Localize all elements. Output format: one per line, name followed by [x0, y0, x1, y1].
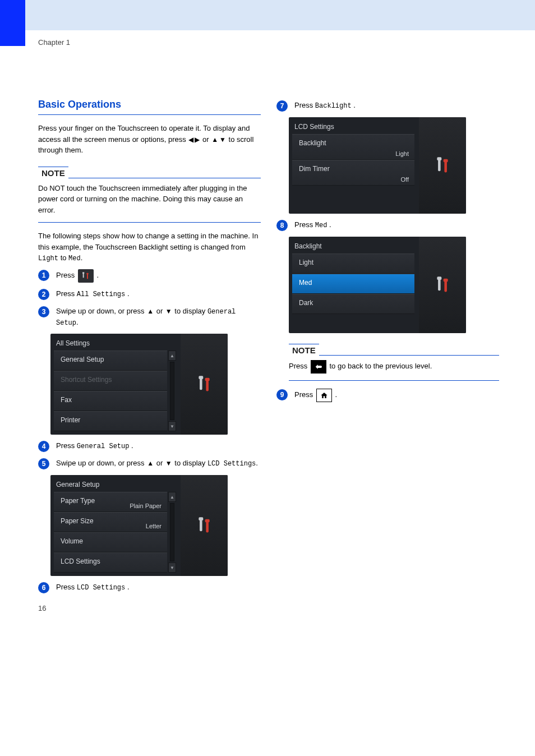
- arrow-left-icon: ◀: [188, 135, 193, 145]
- note-title-1: NOTE: [38, 167, 68, 179]
- list-item[interactable]: Paper Type Plain Paper: [54, 492, 167, 512]
- screen-lcd-settings: LCD Settings Backlight Light Dim Timer O…: [289, 117, 466, 214]
- step-bullet-2: 2: [38, 289, 49, 300]
- explain-paragraph: The following steps show how to change a…: [38, 231, 261, 264]
- arrow-up-icon: ▲: [147, 458, 154, 468]
- step-bullet-5: 5: [38, 458, 49, 469]
- scroll-up-icon[interactable]: ▲: [168, 492, 176, 502]
- header-blue-tab: [0, 0, 25, 30]
- svg-rect-1: [82, 273, 84, 274]
- step6-label: LCD Settings: [77, 584, 125, 592]
- note-box-2: NOTE Press to go back to the previous le…: [289, 343, 499, 381]
- svg-rect-11: [205, 519, 210, 523]
- step-bullet-1: 1: [38, 270, 49, 281]
- home-icon[interactable]: [316, 389, 332, 402]
- step-bullet-9: 9: [276, 389, 288, 400]
- header-band: [0, 0, 535, 30]
- svg-rect-9: [199, 518, 203, 521]
- option-med[interactable]: Med: [292, 274, 414, 294]
- right-column: 7 Press Backlight . LCD Settings Backlig…: [276, 98, 499, 599]
- from-value: Light: [38, 255, 58, 262]
- side-blue-strip: [0, 30, 25, 46]
- page-number: 16: [38, 604, 46, 612]
- svg-rect-6: [206, 380, 209, 391]
- screen-all-settings-title: All Settings: [50, 337, 181, 351]
- tools-icon: [435, 156, 450, 175]
- step-2: 2 Press All Settings .: [38, 288, 261, 300]
- list-item[interactable]: Backlight Light: [292, 134, 414, 160]
- arrow-down-icon: ▼: [219, 135, 226, 145]
- option-light[interactable]: Light: [292, 253, 414, 274]
- step-9: 9 Press .: [276, 389, 499, 402]
- device-side-panel: [181, 334, 228, 435]
- list-item[interactable]: Paper Size Letter: [54, 512, 167, 532]
- step8-label: Med: [315, 222, 328, 229]
- svg-rect-3: [86, 273, 88, 275]
- list-item[interactable]: Dim Timer Off: [292, 160, 414, 186]
- scrollbar[interactable]: ▲ ▼: [168, 492, 176, 573]
- svg-rect-17: [437, 276, 441, 280]
- option-dark[interactable]: Dark: [292, 294, 414, 314]
- scroll-down-icon[interactable]: ▼: [168, 421, 176, 431]
- svg-rect-19: [444, 279, 448, 282]
- screen-lcd-settings-title: LCD Settings: [289, 121, 419, 134]
- svg-rect-7: [205, 378, 210, 381]
- arrow-up-icon: ▲: [211, 135, 218, 145]
- to-value: Med: [68, 255, 81, 262]
- step7-label: Backlight: [315, 102, 352, 110]
- step-bullet-4: 4: [38, 441, 49, 452]
- tools-icon: [196, 375, 212, 394]
- step-8: 8 Press Med .: [276, 219, 499, 231]
- step5-target: LCD Settings: [207, 460, 256, 468]
- step-1: 1 Press .: [38, 269, 261, 283]
- svg-rect-8: [200, 519, 202, 532]
- section-heading-basic-ops: Basic Operations: [38, 98, 261, 115]
- list-item[interactable]: Volume: [54, 532, 167, 552]
- step-5: 5 Swipe up or down, or press ▲ or ▼ to d…: [38, 458, 261, 469]
- list-item[interactable]: LCD Settings: [54, 552, 167, 573]
- svg-rect-2: [87, 274, 88, 279]
- step4-label: General Setup: [77, 442, 130, 450]
- screen-all-settings: All Settings General Setup Shortcut Sett…: [50, 334, 228, 435]
- screen-general-setup-title: General Setup: [50, 478, 181, 492]
- scroll-down-icon[interactable]: ▼: [168, 563, 176, 573]
- note-box-1: NOTE Do NOT touch the Touchscreen immedi…: [38, 166, 261, 223]
- settings-icon[interactable]: [78, 269, 94, 283]
- svg-rect-18: [444, 280, 447, 292]
- svg-rect-15: [444, 159, 448, 163]
- left-column: Basic Operations Press your finger on th…: [38, 98, 261, 599]
- scroll-up-icon[interactable]: ▲: [168, 351, 176, 361]
- tools-icon: [435, 275, 450, 294]
- arrow-up-icon: ▲: [147, 306, 154, 316]
- intro-paragraph: Press your finger on the Touchscreen to …: [38, 123, 261, 156]
- device-side-panel: [181, 475, 228, 576]
- tools-icon: [196, 516, 212, 535]
- intro-text-or: or: [202, 135, 211, 144]
- note-text-1: Do NOT touch the Touchscreen immediately…: [38, 183, 261, 216]
- step-4: 4 Press General Setup .: [38, 440, 261, 452]
- step2-label: All Settings: [77, 291, 125, 298]
- screen-backlight-title: Backlight: [289, 240, 419, 253]
- arrow-down-icon: ▼: [165, 458, 172, 468]
- device-side-panel: [419, 117, 466, 214]
- svg-rect-13: [437, 157, 441, 160]
- arrow-down-icon: ▼: [165, 306, 172, 316]
- device-side-panel: [419, 237, 466, 333]
- step-bullet-3: 3: [38, 306, 49, 317]
- svg-rect-10: [206, 521, 209, 532]
- back-icon[interactable]: [311, 360, 326, 374]
- step-bullet-7: 7: [276, 100, 288, 112]
- step-bullet-8: 8: [276, 220, 288, 231]
- list-item[interactable]: Fax: [54, 391, 167, 411]
- step-3: 3 Swipe up or down, or press ▲ or ▼ to d…: [38, 306, 261, 328]
- list-item[interactable]: Printer: [54, 411, 167, 431]
- step-7: 7 Press Backlight .: [276, 100, 499, 112]
- scrollbar[interactable]: ▲ ▼: [168, 351, 176, 431]
- chapter-label: Chapter 1: [38, 38, 70, 47]
- svg-rect-14: [444, 161, 447, 172]
- note-text-2: Press to go back to the previous level.: [289, 360, 499, 374]
- list-item[interactable]: General Setup: [54, 351, 167, 371]
- arrow-right-icon: ▶: [195, 135, 200, 145]
- svg-rect-4: [200, 377, 202, 390]
- list-item[interactable]: Shortcut Settings: [54, 371, 167, 391]
